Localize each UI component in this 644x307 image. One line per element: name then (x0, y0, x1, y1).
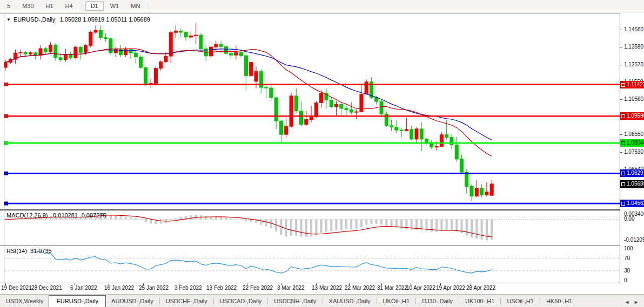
time-tick-label: 19 Dec 2021 (1, 285, 32, 291)
macd-axis-zero: 0.00 (624, 216, 634, 222)
time-tick-label: 6 Jan 2022 (70, 285, 97, 291)
chart-tab-xauusd-daily[interactable]: XAUUSD-,Daily (323, 296, 377, 307)
price-badge: 1.09596 (620, 112, 644, 120)
price-tick (620, 30, 622, 30)
macd-axis-min: -0.012058 (624, 237, 644, 243)
price-tick-label: 1.12570 (624, 62, 643, 67)
chart-tab-hk50-h1[interactable]: HK50-,H1 (540, 296, 578, 307)
price-axis[interactable]: 1.145801.135901.125701.115501.105601.095… (620, 14, 644, 283)
chart-tab-usdx-weekly[interactable]: USDX,Weekly (0, 296, 49, 307)
chart-tab-usoil-h1[interactable]: USOil-,H1 (501, 296, 540, 307)
time-tick-label: 22 Feb 2022 (243, 285, 273, 291)
price-tick (620, 65, 622, 65)
chart-tab-ukoil-h1[interactable]: UKOil-,H1 (377, 296, 416, 307)
chart-tab-audusd-daily[interactable]: AUDUSD-,Daily (105, 296, 159, 307)
main-macd-separator[interactable] (0, 209, 620, 210)
badge-anchor-icon (621, 141, 625, 145)
chart-ohlc-values: 1.05028 1.05919 1.05011 1.05689 (60, 16, 150, 23)
time-tick-label: 3 Feb 2022 (175, 285, 202, 291)
badge-anchor-icon (621, 172, 625, 175)
price-badge: 1.05689 (620, 180, 644, 188)
timeframe-button-mn[interactable]: MN (125, 1, 145, 11)
macd-name: MACD(12,26,9) (6, 212, 48, 219)
rsi-axis-label: 0 (624, 277, 627, 283)
rsi-name: RSI(14) (6, 248, 27, 254)
timeframe-button-h4[interactable]: H4 (60, 1, 78, 11)
price-badge: 1.11422 (620, 81, 644, 88)
time-tick-label: 10 Apr 2022 (406, 285, 435, 291)
time-tick-label: 16 Jan 2022 (104, 285, 134, 291)
badge-anchor-icon (621, 83, 625, 87)
price-badge: 1.04562 (620, 200, 644, 207)
badge-anchor-icon (621, 114, 625, 118)
price-tick (620, 134, 622, 135)
toolbar-separator (82, 2, 82, 10)
time-tick-label: 31 Mar 2022 (377, 285, 407, 291)
price-badge: 1.08044 (620, 139, 644, 147)
price-tick-label: 1.13590 (624, 44, 643, 50)
price-tick-label: 1.10560 (624, 96, 643, 102)
horizontal-level-lines[interactable] (4, 83, 620, 206)
badge-anchor-icon (621, 202, 625, 206)
timeframe-button-m30[interactable]: M30 (17, 1, 39, 11)
rsi-value: 31.0735 (30, 248, 52, 254)
toolbar-separator (149, 2, 149, 10)
timeframe-toolbar: 5M30H1H4D1W1MN (0, 0, 644, 12)
price-tick-label: 1.07530 (624, 149, 643, 155)
macd-label: MACD(12,26,9)-0.010281 -0.007275 (6, 212, 106, 219)
time-tick-label: 19 Apr 2022 (436, 285, 465, 291)
sma20-line (5, 49, 492, 156)
price-tick-label: 1.14580 (624, 26, 643, 32)
tab-scroll-right-icon[interactable]: ► (634, 299, 639, 305)
time-tick-label: 28 Apr 2022 (466, 285, 495, 291)
moving-averages-layer (5, 49, 492, 156)
time-tick-label: 3 Mar 2022 (277, 285, 305, 291)
rsi-axis-label: 70 (624, 255, 630, 261)
timeframe-button-d1[interactable]: D1 (85, 1, 104, 11)
timeframe-button-5[interactable]: 5 (2, 1, 16, 11)
chart-tab-bar: USDX,WeeklyEURUSD-,DailyAUDUSD-,DailyUSD… (0, 294, 644, 307)
main-chart-canvas[interactable] (4, 14, 620, 209)
timeframe-button-w1[interactable]: W1 (105, 1, 125, 11)
chart-tab-dj30-daily[interactable]: DJ30-,Daily (416, 296, 459, 307)
symbol-dropdown-icon[interactable]: ▼ (6, 17, 11, 22)
chart-title: ▼EURUSD-,Daily1.05028 1.05919 1.05011 1.… (6, 16, 150, 23)
price-tick (620, 99, 622, 100)
mt4-window: 5M30H1H4D1W1MN ▼EURUSD-,Daily1.05028 1.0… (0, 0, 644, 307)
chart-tab-eurusd-daily[interactable]: EURUSD-,Daily (49, 295, 106, 307)
rsi-panel-canvas[interactable] (4, 246, 620, 283)
price-tick (620, 152, 622, 153)
chart-symbol-label: EURUSD-,Daily (14, 16, 56, 23)
price-tick-label: 1.08550 (624, 131, 643, 137)
badge-anchor-icon (621, 182, 625, 186)
time-tick-label: 13 Mar 2022 (312, 285, 342, 291)
price-badge: 1.06297 (620, 169, 644, 177)
macd-values: -0.010281 -0.007275 (51, 212, 106, 219)
rsi-axis-label: 100 (624, 245, 633, 251)
time-axis[interactable]: 19 Dec 202128 Dec 20216 Jan 202216 Jan 2… (0, 283, 644, 294)
chart-tab-usdcnh-daily[interactable]: USDCNH-,Daily (268, 296, 322, 307)
tab-scroll-left-icon[interactable]: ◄ (625, 299, 629, 305)
sma30-line (5, 49, 492, 140)
price-tick (620, 47, 622, 47)
timeframe-button-h1[interactable]: H1 (41, 1, 59, 11)
time-tick-label: 28 Dec 2021 (31, 285, 62, 291)
chart-tab-usdchf-daily[interactable]: USDCHF-,Daily (160, 296, 213, 307)
rsi-axis-label: 30 (624, 268, 630, 274)
rsi-line (36, 251, 492, 273)
time-tick-label: 13 Feb 2022 (206, 285, 237, 291)
tab-scroll-arrows: ◄► (625, 299, 644, 307)
chart-tab-uk100-h1[interactable]: UK100-,H1 (459, 296, 500, 307)
rsi-label: RSI(14)31.0735 (6, 248, 52, 254)
time-tick-label: 22 Mar 2022 (345, 285, 375, 291)
time-tick-label: 25 Jan 2022 (139, 285, 169, 291)
chart-tab-usdcad-daily[interactable]: USDCAD-,Daily (214, 296, 268, 307)
